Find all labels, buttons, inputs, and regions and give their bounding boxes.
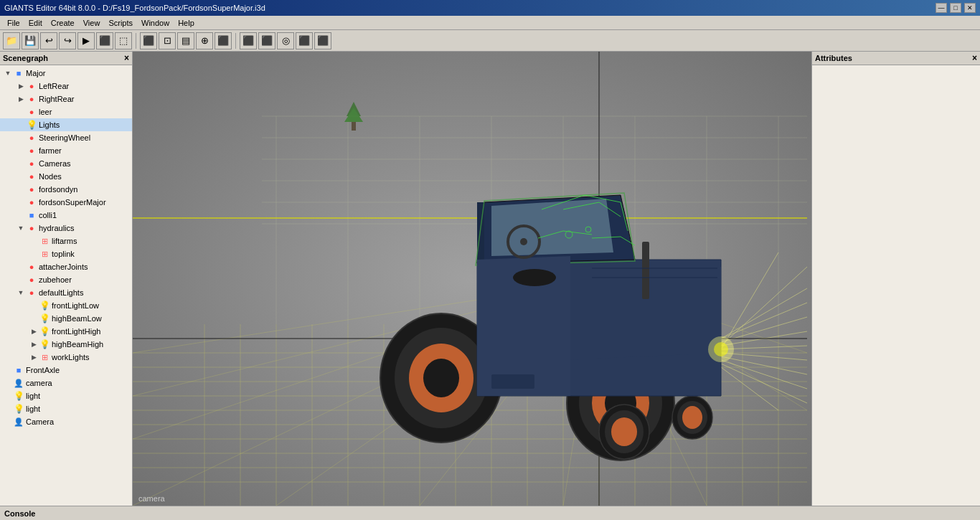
tree-item-camera[interactable]: 👤camera [0,377,132,389]
expand-icon-worklights[interactable]: ▶ [29,352,39,362]
toolbar-button-14[interactable]: ◎ [277,32,294,49]
tree-item-highbeamlow[interactable]: 💡highBeamLow [0,312,132,325]
expand-icon-camera[interactable] [3,378,13,388]
tree-item-fordsondyn[interactable]: ●fordsondyn [0,183,132,196]
expand-icon-toplink[interactable] [29,249,39,259]
toolbar-separator [235,33,236,49]
tree-item-leftrear[interactable]: ▶●LeftRear [0,80,132,93]
tree-item-light1[interactable]: 💡light [0,389,132,402]
expand-icon-fordsondyn[interactable] [16,184,26,194]
toolbar-button-16[interactable]: ⬛ [314,32,331,49]
tree-item-frontaxle[interactable]: ■FrontAxle [0,364,132,377]
svg-rect-84 [642,242,649,299]
tree-item-farmer[interactable]: ●farmer [0,144,132,157]
expand-icon-farmer[interactable] [16,146,26,156]
expand-icon-hydraulics[interactable]: ▼ [16,223,26,233]
menu-item-scripts[interactable]: Scripts [104,17,137,29]
node-icon-shape: ● [26,261,37,273]
toolbar-button-7[interactable]: ⬛ [140,32,157,49]
expand-icon-defaultlights[interactable]: ▼ [16,288,26,298]
tree-item-lights[interactable]: 💡Lights [0,118,132,131]
tree-item-zubehoer[interactable]: ●zubehoer [0,273,132,286]
tree-label-zubehoer: zubehoer [39,275,72,284]
expand-icon-light1[interactable] [3,391,13,401]
tree-item-liftarms[interactable]: ⊞liftarms [0,235,132,247]
expand-icon-highbeamlow[interactable] [29,313,39,323]
toolbar-button-9[interactable]: ▤ [177,32,194,49]
tree-item-major[interactable]: ▼■Major [0,67,132,80]
menu-item-help[interactable]: Help [174,17,199,29]
tree-item-highbeamhigh[interactable]: ▶💡highBeamHigh [0,338,132,351]
tree-label-rightrear: RightRear [39,95,75,103]
expand-icon-lights[interactable] [16,120,26,130]
expand-icon-zubehoer[interactable] [16,275,26,285]
tree-item-nodes[interactable]: ●Nodes [0,170,132,183]
toolbar-button-1[interactable]: 💾 [22,32,39,49]
expand-icon-fordsonsuper[interactable] [16,197,26,207]
toolbar-button-11[interactable]: ⬛ [215,32,232,49]
expand-icon-major[interactable]: ▼ [3,68,13,78]
attributes-close-button[interactable]: × [972,53,977,63]
menu-item-create[interactable]: Create [47,17,79,29]
toolbar-button-10[interactable]: ⊕ [196,32,213,49]
tree-item-leer[interactable]: ●leer [0,105,132,118]
close-button[interactable]: ✕ [964,3,976,13]
expand-icon-cameras[interactable] [16,159,26,169]
node-icon-shape: ● [26,171,37,182]
expand-icon-leftrear[interactable]: ▶ [16,81,26,91]
expand-icon-frontlighthigh[interactable]: ▶ [29,326,39,336]
toolbar-button-13[interactable]: ⬛ [258,32,275,49]
tree-item-toplink[interactable]: ⊞toplink [0,247,132,260]
maximize-button[interactable]: □ [950,3,961,13]
expand-icon-steeringwheel[interactable] [16,133,26,143]
tree-item-defaultlights[interactable]: ▼●defaultLights [0,286,132,299]
toolbar-button-6[interactable]: ⬚ [115,32,132,49]
tree-label-fordsondyn: fordsondyn [39,185,77,194]
tree-item-frontlighthigh[interactable]: ▶💡frontLightHigh [0,325,132,338]
minimize-button[interactable]: — [936,3,947,13]
menu-item-window[interactable]: Window [137,17,174,29]
expand-icon-attacherjoints[interactable] [16,262,26,272]
tree-item-attacherjoints[interactable]: ●attacherJoints [0,260,132,273]
tree-item-hydraulics[interactable]: ▼●hydraulics [0,222,132,235]
toolbar-button-15[interactable]: ⬛ [296,32,313,49]
toolbar-button-2[interactable]: ↩ [40,32,57,49]
tree-item-frontlightlow[interactable]: 💡frontLightLow [0,299,132,312]
scene-view [133,52,811,506]
toolbar-button-3[interactable]: ↪ [59,32,76,49]
expand-icon-highbeamhigh[interactable]: ▶ [29,339,39,349]
tree-label-farmer: farmer [39,146,62,155]
menu-item-view[interactable]: View [79,17,105,29]
expand-icon-frontlightlow[interactable] [29,301,39,311]
menu-item-edit[interactable]: Edit [24,17,47,29]
expand-icon-cameramain[interactable] [3,417,13,427]
toolbar-button-4[interactable]: ▶ [77,32,95,49]
toolbar-button-12[interactable]: ⬛ [240,32,257,49]
tree-label-highbeamlow: highBeamLow [52,314,102,323]
tree-item-fordsonsuper[interactable]: ●fordsonSuperMajor [0,196,132,209]
tree-item-steeringwheel[interactable]: ●SteeringWheel [0,131,132,144]
tree-item-colli1[interactable]: ■colli1 [0,209,132,222]
node-icon-multi: ⊞ [39,235,50,247]
tree-item-rightrear[interactable]: ▶●RightRear [0,93,132,105]
tree-item-worklights[interactable]: ▶⊞workLights [0,351,132,364]
expand-icon-rightrear[interactable]: ▶ [16,94,26,104]
expand-icon-leer[interactable] [16,107,26,117]
node-icon-shape: ● [26,184,37,195]
toolbar-button-5[interactable]: ⬛ [96,32,113,49]
tree-item-light2[interactable]: 💡light [0,402,132,415]
expand-icon-nodes[interactable] [16,171,26,181]
menu-item-file[interactable]: File [3,17,24,29]
scenegraph-close-button[interactable]: × [124,53,129,63]
expand-icon-frontaxle[interactable] [3,365,13,375]
tree-item-cameras[interactable]: ●Cameras [0,157,132,170]
toolbar-button-0[interactable]: 📁 [3,32,20,49]
expand-icon-light2[interactable] [3,404,13,414]
expand-icon-colli1[interactable] [16,210,26,220]
toolbar-button-8[interactable]: ⊡ [159,32,176,49]
scenegraph-tree[interactable]: ▼■Major▶●LeftRear▶●RightRear●leer💡Lights… [0,65,132,506]
viewport[interactable]: camera [133,52,811,506]
expand-icon-liftarms[interactable] [29,236,39,246]
tree-item-cameramain[interactable]: 👤Camera [0,415,132,428]
console-bar[interactable]: Console [0,506,980,520]
